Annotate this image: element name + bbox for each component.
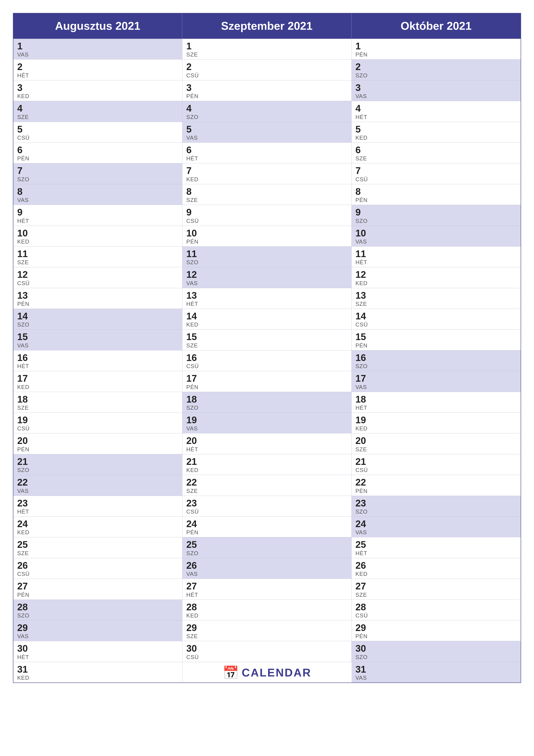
day-cell: 18HÉT <box>352 392 521 413</box>
day-cell: 2HÉT <box>13 60 182 80</box>
day-cell: 3VAS <box>352 80 521 101</box>
day-cell: 17KED <box>13 371 182 392</box>
day-cell: 25SZE <box>13 537 182 558</box>
day-cell: 4HÉT <box>352 101 521 122</box>
day-cell: 30SZO <box>352 641 521 662</box>
day-cell: 21CSÜ <box>352 454 521 475</box>
day-cell: 13PÉN <box>13 288 182 309</box>
day-cell: 2SZO <box>352 60 521 80</box>
day-cell: 1SZE <box>182 39 351 60</box>
day-cell: 17PÉN <box>182 371 351 392</box>
day-cell: 1VAS <box>13 39 182 60</box>
day-cell: 25HÉT <box>352 537 521 558</box>
day-cell: 19CSÜ <box>13 413 182 433</box>
month-header-october: Október 2021 <box>352 14 521 39</box>
day-cell: 6PÉN <box>13 143 182 163</box>
calendar-container: Augusztus 2021 Szeptember 2021 Október 2… <box>13 13 521 683</box>
day-cell: 5KED <box>352 122 521 143</box>
month-header-september: Szeptember 2021 <box>182 14 351 39</box>
day-cell: 4SZE <box>13 101 182 122</box>
day-cell: 3KED <box>13 80 182 101</box>
day-cell: 14CSÜ <box>352 309 521 330</box>
day-cell: 26CSÜ <box>13 558 182 579</box>
day-cell: 9CSÜ <box>182 205 351 226</box>
day-cell: 27SZE <box>352 579 521 600</box>
day-cell: 10KED <box>13 226 182 247</box>
day-cell: 8VAS <box>13 184 182 205</box>
day-cell: 26KED <box>352 558 521 579</box>
day-cell: 7SZO <box>13 163 182 184</box>
day-cell: 16HÉT <box>13 350 182 371</box>
day-cell: 21KED <box>182 454 351 475</box>
day-cell: 28CSÜ <box>352 600 521 620</box>
day-cell: 18SZE <box>13 392 182 413</box>
day-cell: 15VAS <box>13 330 182 350</box>
calendar-logo-text: CALENDAR <box>242 666 312 679</box>
day-cell: 24VAS <box>352 517 521 537</box>
day-cell: 30CSÜ <box>182 641 351 662</box>
header-row: Augusztus 2021 Szeptember 2021 Október 2… <box>13 14 521 39</box>
day-cell: 4SZO <box>182 101 351 122</box>
days-grid: 1VAS1SZE1PÉN2HÉT2CSÜ2SZO3KED3PÉN3VAS4SZE… <box>13 39 521 683</box>
day-cell: 23CSÜ <box>182 496 351 517</box>
day-cell: 24KED <box>13 517 182 537</box>
day-cell: 9SZO <box>352 205 521 226</box>
day-cell: 28KED <box>182 600 351 620</box>
day-cell: 29PÉN <box>352 620 521 641</box>
day-cell: 23SZO <box>352 496 521 517</box>
day-cell: 20PÉN <box>13 433 182 454</box>
day-cell: 5VAS <box>182 122 351 143</box>
day-cell: 24PÉN <box>182 517 351 537</box>
day-cell: 20SZE <box>352 433 521 454</box>
day-cell: 23HÉT <box>13 496 182 517</box>
day-cell: 27HÉT <box>182 579 351 600</box>
day-cell: 11SZO <box>182 247 351 267</box>
day-cell: 17VAS <box>352 371 521 392</box>
day-cell: 3PÉN <box>182 80 351 101</box>
day-cell: 27PÉN <box>13 579 182 600</box>
day-cell: 22VAS <box>13 475 182 496</box>
day-cell: 14KED <box>182 309 351 330</box>
day-cell: 19KED <box>352 413 521 433</box>
day-cell: 15PÉN <box>352 330 521 350</box>
day-cell: 29VAS <box>13 620 182 641</box>
day-cell: 30HÉT <box>13 641 182 662</box>
day-cell: 19VAS <box>182 413 351 433</box>
calendar-icon: 📅 <box>223 665 239 680</box>
day-cell: 7CSÜ <box>352 163 521 184</box>
day-cell: 31KED <box>13 662 182 683</box>
day-cell: 18SZO <box>182 392 351 413</box>
day-cell: 22PÉN <box>352 475 521 496</box>
day-cell: 2CSÜ <box>182 60 351 80</box>
day-cell: 31VAS <box>352 662 521 683</box>
day-cell: 21SZO <box>13 454 182 475</box>
day-cell: 22SZE <box>182 475 351 496</box>
day-cell: 11HÉT <box>352 247 521 267</box>
month-header-august: Augusztus 2021 <box>13 14 182 39</box>
day-cell: 10PÉN <box>182 226 351 247</box>
day-cell: 10VAS <box>352 226 521 247</box>
day-cell: 29SZE <box>182 620 351 641</box>
day-cell: 16CSÜ <box>182 350 351 371</box>
day-cell: 6SZE <box>352 143 521 163</box>
day-cell: 16SZO <box>352 350 521 371</box>
day-cell: 8SZE <box>182 184 351 205</box>
day-cell: 12CSÜ <box>13 267 182 288</box>
day-cell: 25SZO <box>182 537 351 558</box>
day-cell: 6HÉT <box>182 143 351 163</box>
day-cell: 12KED <box>352 267 521 288</box>
logo-cell: 📅 CALENDAR <box>182 662 351 683</box>
day-cell: 5CSÜ <box>13 122 182 143</box>
day-cell: 7KED <box>182 163 351 184</box>
day-cell: 20HÉT <box>182 433 351 454</box>
day-cell: 11SZE <box>13 247 182 267</box>
day-cell: 12VAS <box>182 267 351 288</box>
day-cell: 15SZE <box>182 330 351 350</box>
day-cell: 28SZO <box>13 600 182 620</box>
day-cell: 9HÉT <box>13 205 182 226</box>
day-cell: 13SZE <box>352 288 521 309</box>
day-cell: 8PÉN <box>352 184 521 205</box>
day-cell: 14SZO <box>13 309 182 330</box>
day-cell: 13HÉT <box>182 288 351 309</box>
day-cell: 26VAS <box>182 558 351 579</box>
